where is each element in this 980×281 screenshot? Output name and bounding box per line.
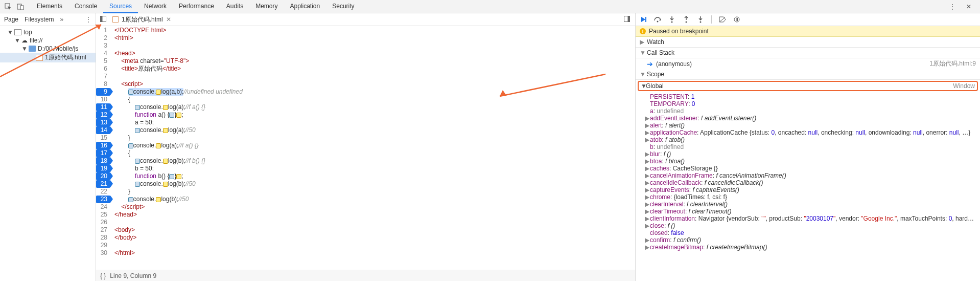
line-number[interactable]: 23 xyxy=(96,196,110,203)
code-line[interactable]: b = 50; xyxy=(114,165,635,172)
code-line[interactable]: console.log(b);//50 xyxy=(114,180,635,188)
scope-row[interactable]: ▶createImageBitmap: f createImageBitmap(… xyxy=(636,244,980,251)
scope-global-header[interactable]: ▼ Global Window xyxy=(638,81,978,91)
line-number[interactable]: 9 xyxy=(96,88,110,96)
tree-folder[interactable]: ▼D:/00.Mobile/js xyxy=(0,45,96,53)
line-number[interactable]: 14 xyxy=(96,126,110,134)
line-number[interactable]: 24 xyxy=(96,203,110,211)
tree-origin[interactable]: ▼☁file:// xyxy=(0,36,96,45)
line-number[interactable]: 5 xyxy=(96,57,110,65)
line-number[interactable]: 25 xyxy=(96,211,110,219)
line-number[interactable]: 8 xyxy=(96,80,110,88)
code-body[interactable]: <!DOCTYPE html><html><head> <meta charse… xyxy=(110,26,635,270)
devtools-tab-network[interactable]: Network xyxy=(138,0,173,13)
devtools-tab-security[interactable]: Security xyxy=(326,0,360,13)
devtools-tab-audits[interactable]: Audits xyxy=(220,0,249,13)
code-line[interactable]: console.log(a,b);//undefined undefined xyxy=(114,88,635,96)
code-line[interactable]: { xyxy=(114,149,635,157)
code-line[interactable]: } xyxy=(114,134,635,142)
deactivate-bp-icon[interactable] xyxy=(718,15,727,24)
devtools-tab-sources[interactable]: Sources xyxy=(103,0,138,13)
code-line[interactable]: <script> xyxy=(114,80,635,88)
scope-row[interactable]: b: undefined xyxy=(636,143,980,150)
line-number[interactable]: 10 xyxy=(96,96,110,103)
scope-row[interactable]: ▶cancelIdleCallback: f cancelIdleCallbac… xyxy=(636,179,980,186)
line-number[interactable]: 13 xyxy=(96,119,110,126)
inspect-icon[interactable] xyxy=(4,3,12,11)
code-line[interactable]: console.log(b);//f b() {} xyxy=(114,157,635,165)
devtools-tab-memory[interactable]: Memory xyxy=(249,0,284,13)
scope-row[interactable]: ▶clearTimeout: f clearTimeout() xyxy=(636,208,980,215)
code-line[interactable]: console.log(b);//50 xyxy=(114,196,635,203)
line-number[interactable]: 6 xyxy=(96,65,110,73)
scope-section[interactable]: ▼Scope xyxy=(636,69,980,80)
line-number[interactable]: 2 xyxy=(96,34,110,42)
code-line[interactable] xyxy=(114,42,635,50)
code-line[interactable]: </script> xyxy=(114,203,635,211)
scope-row[interactable]: ▶atob: f atob() xyxy=(636,136,980,143)
code-line[interactable]: <title>原始代码</title> xyxy=(114,65,635,73)
code-line[interactable]: } xyxy=(114,188,635,196)
code-line[interactable]: function b() {}; xyxy=(114,172,635,180)
devtools-tab-elements[interactable]: Elements xyxy=(31,0,68,13)
code-line[interactable] xyxy=(114,219,635,226)
scope-row[interactable]: ▶blur: f () xyxy=(636,150,980,158)
code-line[interactable]: console.log(a);//f a() {} xyxy=(114,103,635,111)
scope-row[interactable]: PERSISTENT: 1 xyxy=(636,93,980,100)
code-editor[interactable]: 1234567891011121314151617181920212223242… xyxy=(96,26,635,270)
scope-row[interactable]: ▶confirm: f confirm() xyxy=(636,236,980,244)
scope-row[interactable]: ▶clientInformation: Navigator {vendorSub… xyxy=(636,215,980,222)
stack-frame[interactable]: ➔ (anonymous) 1原始代码.html:9 xyxy=(636,58,980,69)
step-out-icon[interactable] xyxy=(682,15,691,24)
line-number[interactable]: 12 xyxy=(96,111,110,119)
line-number[interactable]: 1 xyxy=(96,27,110,34)
line-number[interactable]: 17 xyxy=(96,149,110,157)
code-line[interactable]: <!DOCTYPE html> xyxy=(114,27,635,34)
scope-row[interactable]: ▶clearInterval: f clearInterval() xyxy=(636,201,980,208)
nav-more-icon[interactable]: » xyxy=(60,16,63,23)
scope-row[interactable]: ▶addEventListener: f addEventListener() xyxy=(636,115,980,122)
code-line[interactable]: <meta charset="UTF-8"> xyxy=(114,57,635,65)
line-number[interactable]: 19 xyxy=(96,165,110,172)
nav-page-tab[interactable]: Page xyxy=(4,16,18,23)
editor-side-icon[interactable] xyxy=(624,16,633,24)
line-number[interactable]: 16 xyxy=(96,142,110,149)
code-line[interactable]: a = 50; xyxy=(114,119,635,126)
code-line[interactable]: console.log(a);//f a() {} xyxy=(114,142,635,149)
callstack-section[interactable]: ▼Call Stack xyxy=(636,48,980,58)
editor-tab[interactable]: 1原始代码.html ✕ xyxy=(108,14,175,26)
scope-row[interactable]: TEMPORARY: 0 xyxy=(636,100,980,107)
device-mode-icon[interactable] xyxy=(16,3,25,11)
tab-close-icon[interactable]: ✕ xyxy=(166,16,171,23)
scope-row[interactable]: ▶chrome: {loadTimes: f, csi: f} xyxy=(636,193,980,201)
line-number[interactable]: 20 xyxy=(96,172,110,180)
line-number[interactable]: 27 xyxy=(96,226,110,234)
line-number[interactable]: 22 xyxy=(96,188,110,196)
scope-row[interactable]: ▶applicationCache: ApplicationCache {sta… xyxy=(636,129,980,136)
tree-top[interactable]: ▼top xyxy=(0,28,96,36)
code-line[interactable]: console.log(a);//50 xyxy=(114,126,635,134)
code-line[interactable]: <html> xyxy=(114,34,635,42)
nav-menu-icon[interactable]: ⋮ xyxy=(85,16,91,23)
line-number[interactable]: 21 xyxy=(96,180,110,188)
dock-icon[interactable] xyxy=(98,16,108,24)
scope-row[interactable]: closed: false xyxy=(636,229,980,236)
nav-filesystem-tab[interactable]: Filesystem xyxy=(25,16,54,23)
scope-row[interactable]: ▶caches: CacheStorage {} xyxy=(636,165,980,172)
line-number[interactable]: 11 xyxy=(96,103,110,111)
line-number[interactable]: 3 xyxy=(96,42,110,50)
pause-exception-icon[interactable] xyxy=(732,15,741,24)
scope-row[interactable]: ▶cancelAnimationFrame: f cancelAnimation… xyxy=(636,172,980,179)
code-line[interactable]: { xyxy=(114,96,635,103)
scope-row[interactable]: ▶alert: f alert() xyxy=(636,122,980,129)
tree-file[interactable]: 1原始代码.html xyxy=(0,53,96,62)
scope-row[interactable]: ▶btoa: f btoa() xyxy=(636,158,980,165)
more-icon[interactable]: ⋮ xyxy=(948,3,956,11)
code-line[interactable]: <head> xyxy=(114,50,635,57)
watch-section[interactable]: ▶Watch xyxy=(636,37,980,48)
step-icon[interactable] xyxy=(696,15,705,24)
line-number[interactable]: 4 xyxy=(96,50,110,57)
line-number[interactable]: 30 xyxy=(96,249,110,257)
code-line[interactable] xyxy=(114,73,635,80)
code-line[interactable]: </body> xyxy=(114,234,635,242)
